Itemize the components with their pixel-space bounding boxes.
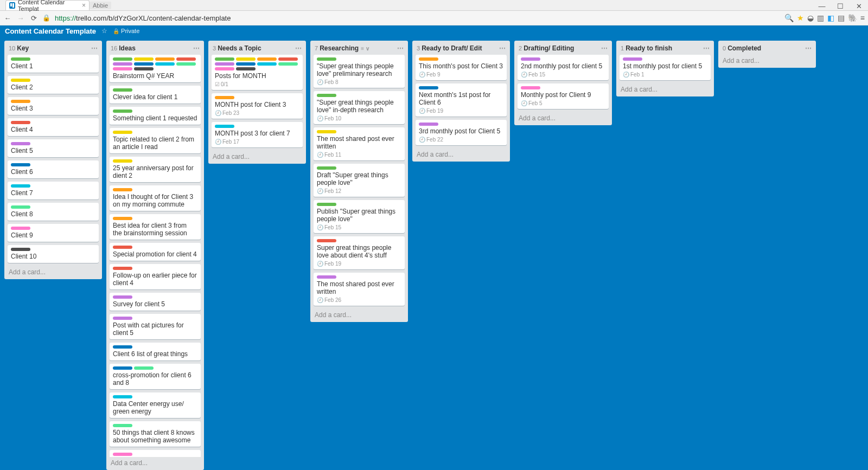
back-button[interactable]: ← <box>3 14 12 22</box>
card[interactable]: Monthly post for Client 9Feb 5 <box>518 83 609 109</box>
card[interactable]: MONTH post for Client 3Feb 23 <box>212 93 303 119</box>
card[interactable]: Brainstorm Q# YEAR <box>110 55 201 82</box>
add-card-link[interactable]: Add a card... <box>620 83 711 93</box>
bookmark-star-icon[interactable]: ★ <box>797 14 804 22</box>
card[interactable]: Something client 1 requested <box>110 107 201 125</box>
list-menu-icon[interactable]: ⋯ <box>193 44 200 52</box>
close-tab-icon[interactable]: × <box>82 2 86 9</box>
card[interactable]: Client 5 <box>8 139 99 157</box>
list-header[interactable]: 2Drafting/ Editing⋯ <box>518 43 609 55</box>
list-header[interactable]: 7Researching≡ ∨⋯ <box>314 43 405 55</box>
card-labels <box>113 246 197 249</box>
ext-icon-2[interactable]: ◧ <box>827 14 834 22</box>
card[interactable]: 1st monthly post for client 5Feb 1 <box>620 55 711 80</box>
list-menu-icon[interactable]: ⋯ <box>601 44 608 52</box>
card[interactable]: MONTH post 3 for client 7Feb 17 <box>212 122 303 147</box>
add-card-link[interactable]: Add a card... <box>314 309 405 319</box>
list-header[interactable]: 3Needs a Topic⋯ <box>212 43 303 55</box>
add-card-link[interactable]: Add a card... <box>722 55 813 65</box>
card-badges: Feb 23 <box>215 110 299 116</box>
card[interactable]: Publish "Super great things people love"… <box>314 200 405 233</box>
zoom-icon[interactable]: 🔍 <box>784 14 794 22</box>
maximize-button[interactable]: ☐ <box>831 2 850 10</box>
card[interactable]: 3rd monthly post for Client 5Feb 22 <box>416 120 507 145</box>
card[interactable]: Best idea for client 3 from the brainsto… <box>110 214 201 240</box>
star-board-icon[interactable]: ☆ <box>101 27 107 35</box>
card[interactable]: Follow-up on earlier piece for client 4 <box>110 264 201 289</box>
card-badges: Feb 26 <box>317 297 401 303</box>
ext-icon-3[interactable]: ▤ <box>838 14 845 22</box>
board-visibility[interactable]: Private <box>113 28 139 34</box>
card[interactable]: Post with cat pictures for client 5 <box>110 314 201 339</box>
card-badges: Feb 15 <box>521 72 605 78</box>
card[interactable]: Super great things people love about die… <box>314 236 405 269</box>
list-menu-icon[interactable]: ⋯ <box>295 44 302 52</box>
card[interactable]: cross-promotion for client 6 and 8 <box>110 364 201 389</box>
card[interactable]: "Super great things people love" prelimi… <box>314 55 405 88</box>
list-header[interactable]: 1Ready to finish⋯ <box>620 43 711 55</box>
card[interactable]: Post with video clips for client 9 <box>110 450 201 457</box>
card[interactable]: Data Center energy use/ green energy <box>110 392 201 418</box>
card[interactable]: Client 6 list of great things <box>110 343 201 360</box>
pocket-icon[interactable]: ◒ <box>807 14 814 22</box>
card-label <box>134 67 154 70</box>
forward-button[interactable]: → <box>16 14 25 22</box>
list-header[interactable]: 3Ready to Draft/ Edit⋯ <box>416 43 507 55</box>
list-menu-icon[interactable]: ⋯ <box>499 44 506 52</box>
card[interactable]: Special promotion for client 4 <box>110 243 201 261</box>
card[interactable]: Client 8 <box>8 203 99 221</box>
add-card-link[interactable]: Add a card... <box>110 457 201 467</box>
card-title: cross-promotion for client 6 and 8 <box>113 371 197 387</box>
list-menu-icon[interactable]: ⋯ <box>397 44 404 52</box>
evernote-icon[interactable]: 🐘 <box>848 14 857 22</box>
card[interactable]: The most shared post ever writtenFeb 11 <box>314 127 405 160</box>
add-card-link[interactable]: Add a card... <box>518 112 609 122</box>
card[interactable]: Client 1 <box>8 55 99 73</box>
minimize-button[interactable]: — <box>813 2 831 10</box>
close-window-button[interactable]: ✕ <box>850 2 868 10</box>
list-header[interactable]: 10Key⋯ <box>8 43 99 55</box>
card[interactable]: Topic related to client 2 from an articl… <box>110 128 201 153</box>
reload-button[interactable]: ⟳ <box>29 14 38 22</box>
ext-icon-1[interactable]: ▥ <box>817 14 824 22</box>
add-card-link[interactable]: Add a card... <box>212 151 303 160</box>
card[interactable]: Client 7 <box>8 182 99 199</box>
card[interactable]: "Super great things people love" in-dept… <box>314 91 405 124</box>
card-label <box>317 57 336 61</box>
board-canvas[interactable]: 10Key⋯Client 1Client 2Client 3Client 4Cl… <box>0 36 868 470</box>
card-badges: Feb 19 <box>419 108 503 114</box>
list-menu-icon[interactable]: ⋯ <box>91 44 98 52</box>
list-menu-icon[interactable]: ⋯ <box>805 44 812 52</box>
list: 3Ready to Draft/ Edit⋯This month's post … <box>412 41 510 162</box>
card-label <box>317 130 336 133</box>
card[interactable]: Client 2 <box>8 76 99 94</box>
card[interactable]: Draft "Super great things people love"Fe… <box>314 164 405 197</box>
card[interactable]: Posts for MONTH0/1 <box>212 55 303 90</box>
card[interactable]: 50 things that client 8 knows about some… <box>110 421 201 447</box>
card[interactable]: Clever idea for client 1 <box>110 86 201 104</box>
chrome-user-badge[interactable]: Abbie <box>90 2 111 9</box>
card[interactable]: Survey for client 5 <box>110 293 201 311</box>
chrome-menu-icon[interactable]: ≡ <box>860 14 865 22</box>
card[interactable]: 25 year anniversary post for dient 2 <box>110 157 201 182</box>
card[interactable]: The most shared post ever writtenFeb 26 <box>314 273 405 306</box>
card[interactable]: This month's post for Client 3Feb 9 <box>416 55 507 80</box>
list-header[interactable]: 0Completed⋯ <box>722 43 813 55</box>
add-card-link[interactable]: Add a card... <box>416 149 507 158</box>
add-card-link[interactable]: Add a card... <box>8 266 99 276</box>
card[interactable]: Client 4 <box>8 118 99 136</box>
card[interactable]: Client 3 <box>8 97 99 115</box>
card-title: Best idea for client 3 from the brainsto… <box>113 222 197 237</box>
list-header[interactable]: 16Ideas⋯ <box>110 43 201 55</box>
card[interactable]: 2nd monthly post for client 5Feb 15 <box>518 55 609 80</box>
url-display[interactable]: https://trello.com/b/dYzGorXL/content-ca… <box>55 14 231 22</box>
card[interactable]: Idea I thought of for Client 3 on my mor… <box>110 185 201 211</box>
card[interactable]: Client 6 <box>8 160 99 178</box>
card-label <box>113 395 132 398</box>
list-menu-icon[interactable]: ⋯ <box>703 44 710 52</box>
browser-tab[interactable]: Content Calendar Templat × <box>5 0 90 10</box>
board-name[interactable]: Content Calendar Template <box>5 27 96 35</box>
card[interactable]: Client 10 <box>8 245 99 263</box>
card[interactable]: Client 9 <box>8 224 99 242</box>
card[interactable]: Next month's 1st post for Client 6Feb 19 <box>416 83 507 117</box>
